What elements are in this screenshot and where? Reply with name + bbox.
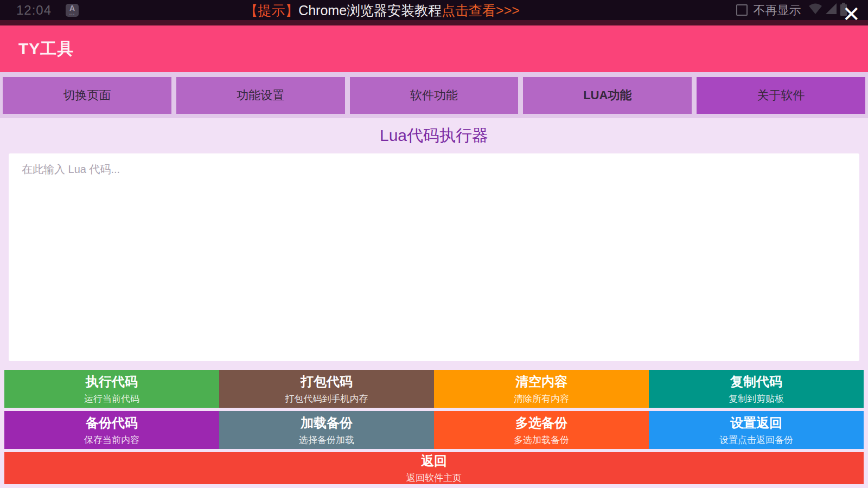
button-sublabel: 保存当前内容 bbox=[84, 434, 139, 446]
copy-code-button[interactable]: 复制代码 复制到剪贴板 bbox=[649, 370, 864, 408]
button-label: 返回 bbox=[421, 452, 447, 470]
button-row-1: 执行代码 运行当前代码 打包代码 打包代码到手机内存 清空内容 清除所有内容 复… bbox=[4, 370, 864, 408]
button-sublabel: 打包代码到手机内存 bbox=[285, 393, 368, 405]
set-return-button[interactable]: 设置返回 设置点击返回备份 bbox=[649, 411, 864, 449]
close-icon[interactable]: ✕ bbox=[842, 3, 860, 25]
button-label: 清空内容 bbox=[515, 373, 567, 390]
tab-software-functions[interactable]: 软件功能 bbox=[350, 77, 519, 114]
multi-select-backup-button[interactable]: 多选备份 多选加载备份 bbox=[434, 411, 649, 449]
button-label: 复制代码 bbox=[730, 373, 782, 390]
backup-code-button[interactable]: 备份代码 保存当前内容 bbox=[4, 411, 219, 449]
lua-executor-page: Lua代码执行器 执行代码 运行当前代码 打包代码 打包代码到手机内存 清空内容… bbox=[0, 118, 868, 488]
notification-app-icon: A ... bbox=[66, 4, 79, 17]
button-sublabel: 返回软件主页 bbox=[406, 472, 462, 484]
code-editor-container bbox=[9, 153, 859, 361]
load-backup-button[interactable]: 加载备份 选择备份加载 bbox=[219, 411, 434, 449]
tab-switch-page[interactable]: 切换页面 bbox=[3, 77, 171, 114]
status-bar: 12:04 A ... 【提示】Chrome浏览器安装教程点击查看>>> 不再显… bbox=[0, 0, 868, 20]
tab-function-settings[interactable]: 功能设置 bbox=[176, 77, 345, 114]
button-grid: 执行代码 运行当前代码 打包代码 打包代码到手机内存 清空内容 清除所有内容 复… bbox=[4, 370, 864, 484]
button-label: 多选备份 bbox=[515, 414, 567, 432]
app-title: TY工具 bbox=[18, 38, 74, 60]
lua-code-input[interactable] bbox=[9, 153, 859, 361]
button-sublabel: 复制到剪贴板 bbox=[729, 393, 784, 405]
wifi-icon bbox=[808, 3, 822, 15]
signal-icon bbox=[825, 3, 838, 15]
clock: 12:04 bbox=[16, 3, 52, 18]
page-title: Lua代码执行器 bbox=[0, 118, 868, 153]
dismiss-label: 不再显示 bbox=[753, 2, 801, 18]
statusbar-right: 不再显示 ✕ bbox=[736, 0, 860, 20]
button-label: 打包代码 bbox=[301, 373, 353, 390]
tab-lua-functions[interactable]: LUA功能 bbox=[523, 77, 692, 114]
tab-bar: 切换页面 功能设置 软件功能 LUA功能 关于软件 bbox=[0, 72, 868, 118]
button-sublabel: 运行当前代码 bbox=[84, 393, 139, 405]
notification-banner[interactable]: 【提示】Chrome浏览器安装教程点击查看>>> bbox=[244, 1, 520, 19]
button-label: 加载备份 bbox=[301, 414, 353, 432]
app-screen: 12:04 A ... 【提示】Chrome浏览器安装教程点击查看>>> 不再显… bbox=[0, 0, 868, 488]
button-label: 执行代码 bbox=[86, 373, 138, 390]
app-badge-dots: ... bbox=[69, 11, 75, 16]
clear-content-button[interactable]: 清空内容 清除所有内容 bbox=[434, 370, 649, 408]
app-header: TY工具 bbox=[0, 25, 868, 72]
banner-shadow bbox=[0, 20, 868, 25]
banner-prefix: 【提示】 bbox=[244, 2, 298, 17]
execute-code-button[interactable]: 执行代码 运行当前代码 bbox=[4, 370, 219, 408]
back-button[interactable]: 返回 返回软件主页 bbox=[4, 452, 864, 484]
button-row-2: 备份代码 保存当前内容 加载备份 选择备份加载 多选备份 多选加载备份 设置返回… bbox=[4, 411, 864, 449]
package-code-button[interactable]: 打包代码 打包代码到手机内存 bbox=[219, 370, 434, 408]
button-sublabel: 选择备份加载 bbox=[299, 434, 354, 446]
tab-about-software[interactable]: 关于软件 bbox=[697, 77, 865, 114]
dismiss-checkbox[interactable] bbox=[736, 4, 748, 16]
banner-title: Chrome浏览器安装教程 bbox=[298, 2, 442, 17]
button-label: 备份代码 bbox=[86, 414, 138, 432]
statusbar-left: 12:04 A ... bbox=[0, 3, 79, 18]
button-sublabel: 清除所有内容 bbox=[514, 393, 569, 405]
banner-action-link[interactable]: 点击查看>>> bbox=[442, 2, 520, 17]
button-sublabel: 多选加载备份 bbox=[514, 434, 569, 446]
button-label: 设置返回 bbox=[730, 414, 782, 432]
button-sublabel: 设置点击返回备份 bbox=[719, 434, 793, 446]
